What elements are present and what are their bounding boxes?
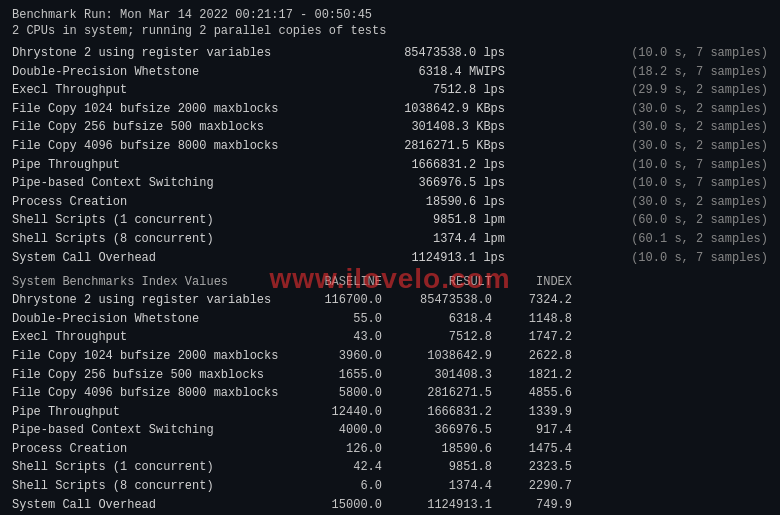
index-row-result: 2816271.5 — [382, 384, 492, 403]
benchmark-row: Pipe Throughput 1666831.2 lps (10.0 s, 7… — [12, 156, 768, 175]
bench-value: 1124913.1 lps — [395, 249, 505, 268]
index-row-index: 1747.2 — [492, 328, 572, 347]
index-col-index: INDEX — [492, 275, 572, 289]
index-row-result: 301408.3 — [382, 366, 492, 385]
index-row-base: 6.0 — [292, 477, 382, 496]
index-row-base: 126.0 — [292, 440, 382, 459]
bench-extra: (30.0 s, 2 samples) — [608, 118, 768, 137]
benchmark-results: Dhrystone 2 using register variables 854… — [12, 44, 768, 267]
index-row-index: 1821.2 — [492, 366, 572, 385]
bench-extra: (60.1 s, 2 samples) — [608, 230, 768, 249]
index-row-base: 3960.0 — [292, 347, 382, 366]
bench-value: 18590.6 lps — [395, 193, 505, 212]
bench-label: Pipe-based Context Switching — [12, 174, 292, 193]
bench-extra: (10.0 s, 7 samples) — [608, 174, 768, 193]
index-data-row: Process Creation 126.0 18590.6 1475.4 — [12, 440, 768, 459]
index-row-result: 85473538.0 — [382, 291, 492, 310]
index-row-index: 749.9 — [492, 496, 572, 515]
index-row-label: Pipe Throughput — [12, 403, 292, 422]
benchmark-row: File Copy 4096 bufsize 8000 maxblocks 28… — [12, 137, 768, 156]
bench-label: Shell Scripts (8 concurrent) — [12, 230, 292, 249]
index-row-label: Shell Scripts (8 concurrent) — [12, 477, 292, 496]
bench-label: File Copy 256 bufsize 500 maxblocks — [12, 118, 292, 137]
bench-label: Pipe Throughput — [12, 156, 292, 175]
index-row-result: 7512.8 — [382, 328, 492, 347]
index-data-row: File Copy 1024 bufsize 2000 maxblocks 39… — [12, 347, 768, 366]
benchmark-row: Process Creation 18590.6 lps (30.0 s, 2 … — [12, 193, 768, 212]
index-row-base: 42.4 — [292, 458, 382, 477]
bench-value: 7512.8 lps — [395, 81, 505, 100]
bench-value: 1666831.2 lps — [395, 156, 505, 175]
index-row-index: 2622.8 — [492, 347, 572, 366]
bench-label: File Copy 4096 bufsize 8000 maxblocks — [12, 137, 292, 156]
index-row-index: 7324.2 — [492, 291, 572, 310]
bench-label: Shell Scripts (1 concurrent) — [12, 211, 292, 230]
bench-extra: (29.9 s, 2 samples) — [608, 81, 768, 100]
index-row-result: 6318.4 — [382, 310, 492, 329]
index-col-base: BASELINE — [292, 275, 382, 289]
index-data-row: Pipe-based Context Switching 4000.0 3669… — [12, 421, 768, 440]
index-row-result: 18590.6 — [382, 440, 492, 459]
bench-label: Execl Throughput — [12, 81, 292, 100]
bench-label: Dhrystone 2 using register variables — [12, 44, 292, 63]
index-row-label: System Call Overhead — [12, 496, 292, 515]
index-row-base: 43.0 — [292, 328, 382, 347]
index-data-row: Execl Throughput 43.0 7512.8 1747.2 — [12, 328, 768, 347]
bench-value: 366976.5 lps — [395, 174, 505, 193]
bench-extra: (30.0 s, 2 samples) — [608, 137, 768, 156]
index-row-base: 55.0 — [292, 310, 382, 329]
index-col-label: System Benchmarks Index Values — [12, 275, 292, 289]
bench-extra: (10.0 s, 7 samples) — [608, 156, 768, 175]
bench-extra: (10.0 s, 7 samples) — [608, 249, 768, 268]
index-row-result: 1038642.9 — [382, 347, 492, 366]
bench-extra: (30.0 s, 2 samples) — [608, 193, 768, 212]
index-row-label: File Copy 256 bufsize 500 maxblocks — [12, 366, 292, 385]
bench-extra: (18.2 s, 7 samples) — [608, 63, 768, 82]
index-data-row: Double-Precision Whetstone 55.0 6318.4 1… — [12, 310, 768, 329]
bench-label: Process Creation — [12, 193, 292, 212]
index-row-label: Shell Scripts (1 concurrent) — [12, 458, 292, 477]
index-row-base: 12440.0 — [292, 403, 382, 422]
benchmark-row: Shell Scripts (8 concurrent) 1374.4 lpm … — [12, 230, 768, 249]
index-section: System Benchmarks Index Values BASELINE … — [12, 275, 768, 515]
bench-extra: (30.0 s, 2 samples) — [608, 100, 768, 119]
index-row-base: 15000.0 — [292, 496, 382, 515]
benchmark-row: Dhrystone 2 using register variables 854… — [12, 44, 768, 63]
bench-value: 301408.3 KBps — [395, 118, 505, 137]
benchmark-row: Double-Precision Whetstone 6318.4 MWIPS … — [12, 63, 768, 82]
header-line1: Benchmark Run: Mon Mar 14 2022 00:21:17 … — [12, 8, 768, 22]
index-data-row: File Copy 4096 bufsize 8000 maxblocks 58… — [12, 384, 768, 403]
bench-value: 1374.4 lpm — [395, 230, 505, 249]
index-row-result: 366976.5 — [382, 421, 492, 440]
bench-extra: (60.0 s, 2 samples) — [608, 211, 768, 230]
bench-value: 1038642.9 KBps — [395, 100, 505, 119]
index-row-label: File Copy 4096 bufsize 8000 maxblocks — [12, 384, 292, 403]
bench-value: 6318.4 MWIPS — [395, 63, 505, 82]
index-row-label: Process Creation — [12, 440, 292, 459]
index-row-base: 116700.0 — [292, 291, 382, 310]
index-row-index: 1148.8 — [492, 310, 572, 329]
header-line2: 2 CPUs in system; running 2 parallel cop… — [12, 24, 768, 38]
benchmark-row: System Call Overhead 1124913.1 lps (10.0… — [12, 249, 768, 268]
index-row-index: 4855.6 — [492, 384, 572, 403]
index-row-label: Execl Throughput — [12, 328, 292, 347]
benchmark-row: File Copy 1024 bufsize 2000 maxblocks 10… — [12, 100, 768, 119]
bench-value: 9851.8 lpm — [395, 211, 505, 230]
benchmark-row: File Copy 256 bufsize 500 maxblocks 3014… — [12, 118, 768, 137]
index-row-index: 2323.5 — [492, 458, 572, 477]
index-row-result: 1666831.2 — [382, 403, 492, 422]
bench-value: 2816271.5 KBps — [395, 137, 505, 156]
bench-label: System Call Overhead — [12, 249, 292, 268]
index-row-index: 1339.9 — [492, 403, 572, 422]
index-row-result: 1124913.1 — [382, 496, 492, 515]
index-data-row: Dhrystone 2 using register variables 116… — [12, 291, 768, 310]
bench-label: File Copy 1024 bufsize 2000 maxblocks — [12, 100, 292, 119]
index-data-row: File Copy 256 bufsize 500 maxblocks 1655… — [12, 366, 768, 385]
index-row-index: 1475.4 — [492, 440, 572, 459]
index-row-base: 4000.0 — [292, 421, 382, 440]
index-row-index: 917.4 — [492, 421, 572, 440]
index-row-result: 9851.8 — [382, 458, 492, 477]
benchmark-row: Execl Throughput 7512.8 lps (29.9 s, 2 s… — [12, 81, 768, 100]
index-row-result: 1374.4 — [382, 477, 492, 496]
index-row-label: Dhrystone 2 using register variables — [12, 291, 292, 310]
